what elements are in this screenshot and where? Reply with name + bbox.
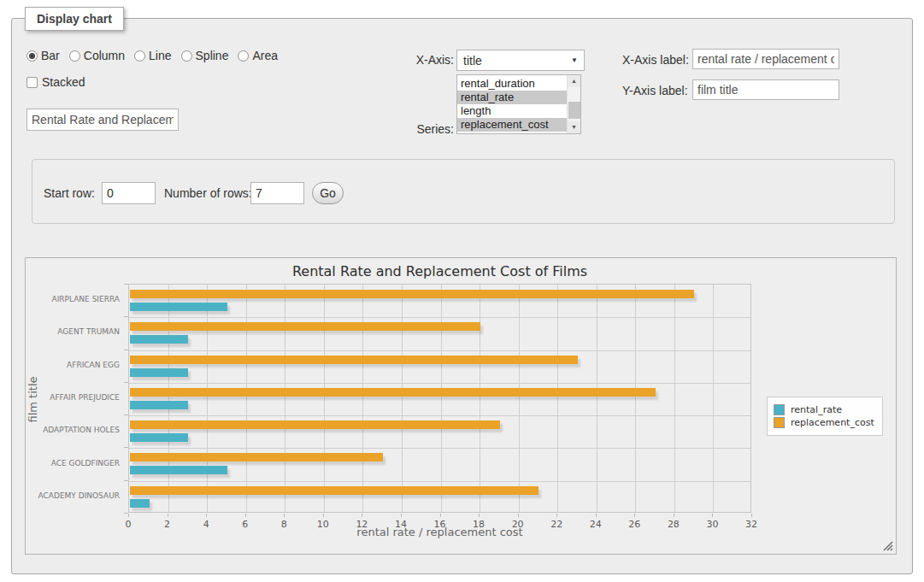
x-tick-label: 16 bbox=[427, 519, 453, 530]
gridline-horizontal bbox=[129, 317, 750, 318]
x-tick-label: 18 bbox=[466, 519, 491, 530]
gridline-vertical bbox=[168, 285, 169, 512]
bar-replacement_cost bbox=[130, 388, 656, 397]
legend-item-replacement_cost: replacement_cost bbox=[774, 417, 874, 428]
num-rows-input[interactable] bbox=[250, 182, 304, 204]
radio-icon-column[interactable] bbox=[69, 50, 80, 62]
series-option-rental_rate[interactable]: rental_rate bbox=[457, 91, 567, 104]
radio-icon-spline[interactable] bbox=[181, 50, 192, 62]
x-tick-mark bbox=[206, 514, 207, 517]
gridline-vertical bbox=[597, 285, 597, 512]
bar-rental_rate bbox=[130, 401, 188, 409]
go-button[interactable]: Go bbox=[312, 182, 344, 204]
scroll-down-icon[interactable]: ▼ bbox=[568, 121, 580, 133]
dropdown-caret-icon: ▼ bbox=[571, 56, 578, 64]
radio-option-column[interactable]: Column bbox=[69, 49, 125, 62]
series-listbox[interactable]: rental_durationrental_ratelengthreplacem… bbox=[456, 74, 581, 134]
start-row-label: Start row: bbox=[44, 186, 95, 200]
gridline-horizontal bbox=[129, 350, 750, 351]
bar-replacement_cost bbox=[130, 420, 500, 429]
x-tick-label: 4 bbox=[193, 519, 219, 530]
radio-option-bar[interactable]: Bar bbox=[26, 49, 60, 62]
category-label: AFFAIR PREJUDICE bbox=[34, 393, 120, 402]
radio-label-column: Column bbox=[84, 49, 125, 62]
x-tick-label: 6 bbox=[232, 519, 258, 530]
bar-rental_rate bbox=[130, 368, 188, 377]
start-row-input[interactable] bbox=[102, 182, 156, 204]
x-tick-mark bbox=[634, 514, 635, 517]
x-tick-mark bbox=[518, 514, 519, 517]
radio-label-area: Area bbox=[252, 49, 278, 62]
gridline-horizontal bbox=[129, 448, 750, 449]
chart-legend: rental_ratereplacement_cost bbox=[767, 397, 883, 436]
x-tick-label: 10 bbox=[310, 519, 336, 530]
series-option-rental_duration[interactable]: rental_duration bbox=[457, 77, 567, 91]
bar-replacement_cost bbox=[130, 486, 539, 495]
gridline-vertical bbox=[557, 285, 558, 512]
x-tick-mark bbox=[440, 514, 441, 517]
bar-replacement_cost bbox=[130, 356, 578, 364]
x-axis-select[interactable]: title ▼ bbox=[456, 50, 585, 71]
scrollbar-thumb[interactable] bbox=[568, 102, 580, 119]
category-label: AIRPLANE SIERRA bbox=[34, 295, 120, 303]
x-tick-mark bbox=[284, 514, 285, 517]
scrollbar-track[interactable] bbox=[568, 87, 580, 121]
x-tick-label: 28 bbox=[661, 519, 686, 530]
category-label: AFRICAN EGG bbox=[34, 361, 120, 369]
radio-option-area[interactable]: Area bbox=[238, 49, 278, 62]
x-tick-label: 22 bbox=[544, 519, 569, 530]
gridline-vertical bbox=[519, 285, 520, 512]
legend-swatch-rental_rate bbox=[774, 404, 785, 415]
listbox-scrollbar[interactable]: ▲ ▼ bbox=[567, 75, 580, 133]
gridline-vertical bbox=[402, 285, 403, 512]
panel-title: Display chart bbox=[25, 7, 124, 31]
y-tick-mark bbox=[124, 284, 128, 285]
legend-label: rental_rate bbox=[791, 404, 842, 415]
gridline-vertical bbox=[480, 285, 480, 512]
resize-handle-icon[interactable] bbox=[883, 541, 893, 551]
bar-replacement_cost bbox=[130, 290, 694, 298]
series-option-length[interactable]: length bbox=[457, 104, 567, 118]
x-tick-mark bbox=[596, 514, 597, 517]
scroll-up-icon[interactable]: ▲ bbox=[568, 75, 580, 87]
chart-container: Rental Rate and Replacement Cost of Film… bbox=[25, 257, 897, 555]
category-label: ADAPTATION HOLES bbox=[34, 426, 120, 434]
radio-icon-line[interactable] bbox=[134, 50, 145, 62]
gridline-vertical bbox=[362, 285, 363, 512]
x-tick-mark bbox=[128, 514, 129, 517]
y-axis-label-input[interactable] bbox=[692, 79, 839, 100]
legend-label: replacement_cost bbox=[791, 417, 874, 428]
y-tick-mark bbox=[124, 480, 128, 481]
x-tick-label: 14 bbox=[388, 519, 414, 530]
y-tick-mark bbox=[124, 447, 128, 448]
y-axis-label-caption: Y-Axis label: bbox=[622, 84, 691, 97]
x-tick-label: 30 bbox=[699, 519, 725, 530]
x-tick-label: 20 bbox=[505, 519, 531, 530]
radio-option-spline[interactable]: Spline bbox=[181, 49, 229, 62]
radio-icon-area[interactable] bbox=[238, 50, 249, 62]
stacked-option[interactable]: Stacked bbox=[26, 75, 85, 89]
legend-item-rental_rate: rental_rate bbox=[774, 404, 874, 415]
x-tick-label: 0 bbox=[115, 519, 141, 530]
series-option-replacement_cost[interactable]: replacement_cost bbox=[457, 118, 567, 132]
gridline-horizontal bbox=[129, 415, 750, 416]
x-tick-mark bbox=[556, 514, 557, 517]
radio-option-line[interactable]: Line bbox=[134, 49, 171, 62]
x-axis-selected-value: title bbox=[463, 54, 482, 68]
y-tick-mark bbox=[124, 350, 128, 350]
stacked-checkbox-icon[interactable] bbox=[26, 77, 38, 88]
bar-replacement_cost bbox=[130, 322, 480, 331]
chart-title-input[interactable] bbox=[26, 109, 179, 131]
radio-icon-bar[interactable] bbox=[26, 50, 38, 62]
legend-swatch-replacement_cost bbox=[774, 417, 785, 428]
x-tick-label: 2 bbox=[155, 519, 180, 530]
x-tick-mark bbox=[712, 514, 713, 517]
stacked-label: Stacked bbox=[42, 75, 85, 89]
x-axis-label-input[interactable] bbox=[692, 49, 839, 69]
category-label: ACADEMY DINOSAUR bbox=[34, 491, 120, 500]
x-tick-mark bbox=[323, 514, 324, 517]
gridline-vertical bbox=[285, 285, 285, 512]
bar-rental_rate bbox=[130, 433, 188, 442]
category-label: ACE GOLDFINGER bbox=[34, 459, 120, 467]
x-tick-mark bbox=[751, 514, 752, 517]
